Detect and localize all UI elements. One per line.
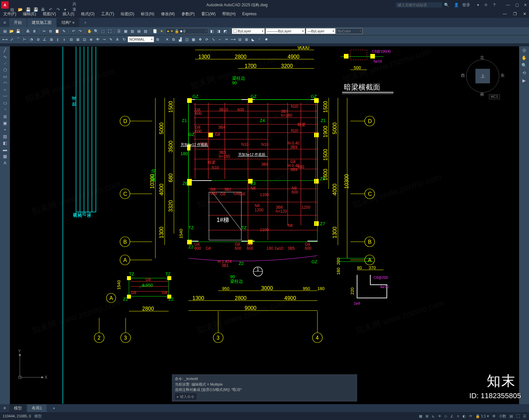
dim-cont-icon[interactable]: ⫾ <box>61 36 67 42</box>
layout-menu-icon[interactable]: ≡ <box>0 406 9 410</box>
tb-preview-icon[interactable]: 🗎 <box>31 28 37 34</box>
wcs-label[interactable]: WCS <box>489 94 500 99</box>
mod-stretch-icon[interactable]: ↔ <box>217 36 223 42</box>
block-icon[interactable]: ▣ <box>3 121 7 126</box>
mtext-icon[interactable]: A <box>4 160 7 165</box>
layer-state-icon[interactable]: ☀ <box>159 28 165 34</box>
hatch-icon[interactable]: ▨ <box>3 134 7 139</box>
mod-scale-icon[interactable]: ⤡ <box>210 36 216 42</box>
dim-center-icon[interactable]: ⊕ <box>88 36 94 42</box>
tb-undo-icon[interactable]: ↶ <box>70 28 76 34</box>
help-icon[interactable]: ? <box>493 3 496 7</box>
tab-menu-icon[interactable]: ≡ <box>0 20 9 27</box>
menu-parametric[interactable]: 参数(P) <box>178 11 198 17</box>
menu-modify[interactable]: 修改(M) <box>158 11 178 17</box>
tb-copy-icon[interactable]: ⧉ <box>48 28 54 34</box>
menu-view[interactable]: 视图(V) <box>39 11 59 17</box>
mod-break-icon[interactable]: ⊟ <box>237 36 243 42</box>
anno-scale[interactable]: 🔒 1:1 ▾ <box>475 414 489 418</box>
tb-cut-icon[interactable]: ✂ <box>41 28 47 34</box>
mod-offset-icon[interactable]: ◫ <box>184 36 190 42</box>
menu-help[interactable]: 帮助(H) <box>219 11 239 17</box>
menu-format[interactable]: 格式(O) <box>78 11 98 17</box>
arc-icon[interactable]: ◠ <box>3 81 7 86</box>
dim-quick-icon[interactable]: ⊞ <box>48 36 54 42</box>
layout-tab-1[interactable]: 布局1 <box>27 404 47 412</box>
dim-ang-icon[interactable]: ∠ <box>42 36 48 42</box>
statusbar-menu-icon[interactable]: ☰ <box>523 414 526 418</box>
dim-tedit-icon[interactable]: A <box>114 36 120 42</box>
tab-close-icon[interactable]: ✕ <box>72 21 75 24</box>
spline-icon[interactable]: 〰 <box>3 94 7 99</box>
menu-insert[interactable]: 插入(I) <box>59 11 77 17</box>
app-options-icon[interactable]: ⛭ <box>484 3 488 7</box>
line-icon[interactable]: ╱ <box>4 48 6 53</box>
polygon-icon[interactable]: ⬠ <box>3 67 7 72</box>
clean-screen-icon[interactable]: ⛶ <box>516 414 520 418</box>
mod-erase-icon[interactable]: ✕ <box>164 36 170 42</box>
tab-start[interactable]: 开始 <box>9 18 26 27</box>
tb-layer-icon[interactable]: 📑 <box>152 28 158 34</box>
mod-copy-icon[interactable]: ⧉ <box>171 36 177 42</box>
lineweight-combo[interactable]: — ByLayer <box>306 28 336 34</box>
polar-toggle-icon[interactable]: ✛ <box>438 414 441 418</box>
units-readout[interactable]: 小数 <box>499 414 506 419</box>
navwheel-icon[interactable]: ◎ <box>522 48 526 53</box>
circle-icon[interactable]: ○ <box>4 87 6 92</box>
tb-redo-icon[interactable]: ↷ <box>77 28 83 34</box>
menu-dimension[interactable]: 标注(N) <box>138 11 158 17</box>
search-input[interactable] <box>396 2 442 8</box>
tb-dcenter-icon[interactable]: ▦ <box>123 28 129 34</box>
plotstyle-combo[interactable]: ByColor <box>336 28 363 34</box>
app-logo[interactable]: A <box>1 1 9 9</box>
zoom2-icon[interactable]: 🔍 <box>521 63 527 68</box>
lwt-toggle-icon[interactable]: ≡ <box>457 414 459 418</box>
minimize-icon[interactable]: — <box>506 3 510 7</box>
dim-space-icon[interactable]: ⊟ <box>68 36 74 42</box>
tb-plot-icon[interactable]: 🖶 <box>25 28 31 34</box>
menu-tools[interactable]: 工具(T) <box>98 11 117 17</box>
mod-chamfer-icon[interactable]: ◣ <box>250 36 256 42</box>
dim-base-icon[interactable]: ⫿ <box>55 36 61 42</box>
color-combo[interactable]: ByLayer <box>232 28 265 34</box>
gear-icon[interactable]: ⚙ <box>492 414 496 418</box>
tb-paste-icon[interactable]: 📋 <box>54 28 60 34</box>
pan2-icon[interactable]: ✋ <box>521 55 527 60</box>
orbit-icon[interactable]: ⟲ <box>522 70 526 75</box>
ellipsearc-icon[interactable]: ◝ <box>4 107 6 112</box>
dim-tol-icon[interactable]: ⊡ <box>81 36 87 42</box>
mod-join-icon[interactable]: ⊞ <box>243 36 249 42</box>
ellipse-icon[interactable]: ⬭ <box>3 101 7 106</box>
layer-combo[interactable]: ● ☀ 🔓 ■ 0 <box>165 28 208 34</box>
otrack-toggle-icon[interactable]: ∠ <box>450 414 454 418</box>
viewcube[interactable]: 上 北 南 东 西 <box>463 56 503 96</box>
tb-tpalette-icon[interactable]: ▥ <box>129 28 135 34</box>
tab-add-icon[interactable]: ＋ <box>80 18 91 27</box>
search-icon[interactable]: 🔍 <box>444 3 449 7</box>
gradient-icon[interactable]: ◧ <box>3 141 7 146</box>
tb-match-icon[interactable]: ✎ <box>61 28 67 34</box>
cart-icon[interactable]: ▾ <box>477 3 479 7</box>
grid-toggle-icon[interactable]: ▦ <box>419 414 422 418</box>
tb-zoomext-icon[interactable]: ⛶ <box>106 28 112 34</box>
doc-close-icon[interactable]: ✕ <box>520 12 529 16</box>
menu-window[interactable]: 窗口(W) <box>198 11 219 17</box>
insert-icon[interactable]: ⊞ <box>3 114 7 119</box>
dim-update-icon[interactable]: ↻ <box>121 36 127 42</box>
table-icon[interactable]: ▦ <box>3 154 7 159</box>
menu-edit[interactable]: 编辑(E) <box>20 11 39 17</box>
dimstyle-combo[interactable]: NORMAL <box>128 36 154 42</box>
mod-fillet-icon[interactable]: ◜ <box>257 36 263 42</box>
dim-edit-icon[interactable]: ✎ <box>108 36 114 42</box>
ortho-toggle-icon[interactable]: ⊾ <box>432 414 435 418</box>
xline-icon[interactable]: ⟋ <box>3 61 7 66</box>
drawing-canvas[interactable]: 散 灌 建 筑 结 构 给 排 水 Y X 9000 1300 2800 490… <box>10 46 519 404</box>
layeriso-icon[interactable]: ◧ <box>209 28 215 34</box>
dim-linear-icon[interactable]: ⟷ <box>2 36 8 42</box>
layermatch-icon[interactable]: ◨ <box>216 28 222 34</box>
tb-zoomwin-icon[interactable]: ⬚ <box>100 28 106 34</box>
doc-restore-icon[interactable]: ❐ <box>510 12 519 16</box>
tb-new-icon[interactable]: ▤ <box>2 28 8 34</box>
tab-struct[interactable]: 结构* ✕ <box>57 18 79 27</box>
osnap-toggle-icon[interactable]: ◇ <box>444 414 447 418</box>
